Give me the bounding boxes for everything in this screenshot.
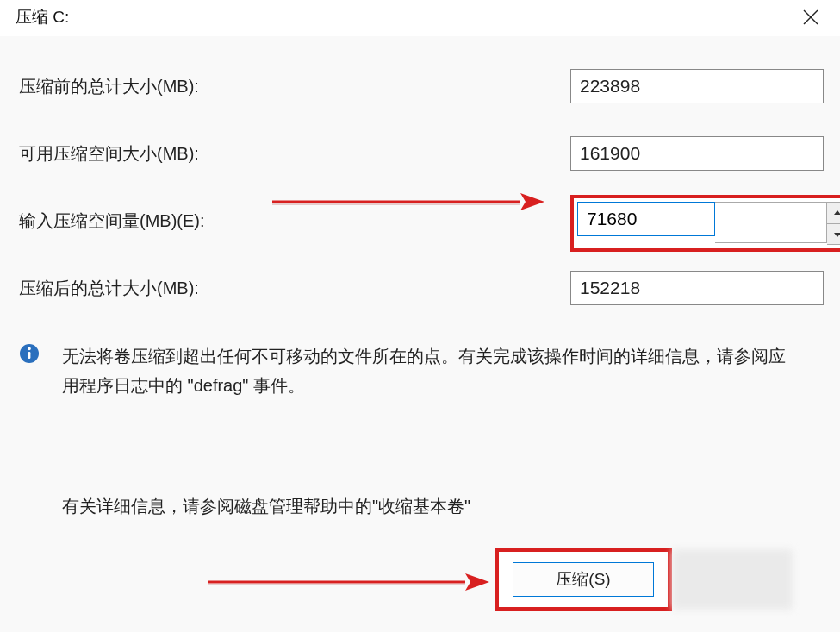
label-total-after: 压缩后的总计大小(MB): xyxy=(19,277,199,300)
spinner-down-button[interactable] xyxy=(827,223,840,244)
shrink-amount-input[interactable]: 71680 xyxy=(577,202,715,236)
spinner-up-button[interactable] xyxy=(827,203,840,223)
chevron-down-icon xyxy=(834,232,840,237)
highlight-shrink-button: 压缩(S) xyxy=(495,548,672,611)
label-available: 可用压缩空间大小(MB): xyxy=(19,142,199,166)
dialog-content: 压缩前的总计大小(MB): 223898 可用压缩空间大小(MB): 16190… xyxy=(0,36,840,632)
spinner-fill xyxy=(715,202,827,243)
label-shrink-amount: 输入压缩空间量(MB)(E): xyxy=(19,210,205,233)
row-total-after: 压缩后的总计大小(MB): 152218 xyxy=(19,264,821,312)
shrink-button[interactable]: 压缩(S) xyxy=(513,562,654,597)
annotation-arrow-2 xyxy=(207,570,491,594)
info-block: 无法将卷压缩到超出任何不可移动的文件所在的点。有关完成该操作时间的详细信息，请参… xyxy=(19,341,821,400)
svg-rect-3 xyxy=(28,352,31,359)
window-title: 压缩 C: xyxy=(16,6,69,28)
info-text: 无法将卷压缩到超出任何不可移动的文件所在的点。有关完成该操作时间的详细信息，请参… xyxy=(62,341,795,400)
svg-point-4 xyxy=(28,347,31,351)
chevron-up-icon xyxy=(834,210,840,216)
label-total-before: 压缩前的总计大小(MB): xyxy=(19,75,199,98)
blurred-region xyxy=(672,549,793,610)
close-icon xyxy=(803,9,818,25)
highlight-shrink-input: 71680 xyxy=(570,195,840,252)
value-total-before: 223898 xyxy=(570,69,824,103)
title-bar: 压缩 C: xyxy=(0,0,840,36)
spinner-buttons xyxy=(827,202,840,245)
close-button[interactable] xyxy=(792,3,830,31)
button-row: 压缩(S) xyxy=(495,548,793,611)
value-total-after: 152218 xyxy=(570,271,824,305)
help-text: 有关详细信息，请参阅磁盘管理帮助中的"收缩基本卷" xyxy=(62,495,821,518)
row-shrink-amount: 输入压缩空间量(MB)(E): 71680 xyxy=(19,197,821,245)
row-available: 可用压缩空间大小(MB): 161900 xyxy=(19,129,821,178)
info-icon xyxy=(19,343,40,364)
value-available: 161900 xyxy=(570,136,824,171)
row-total-before: 压缩前的总计大小(MB): 223898 xyxy=(19,62,821,110)
